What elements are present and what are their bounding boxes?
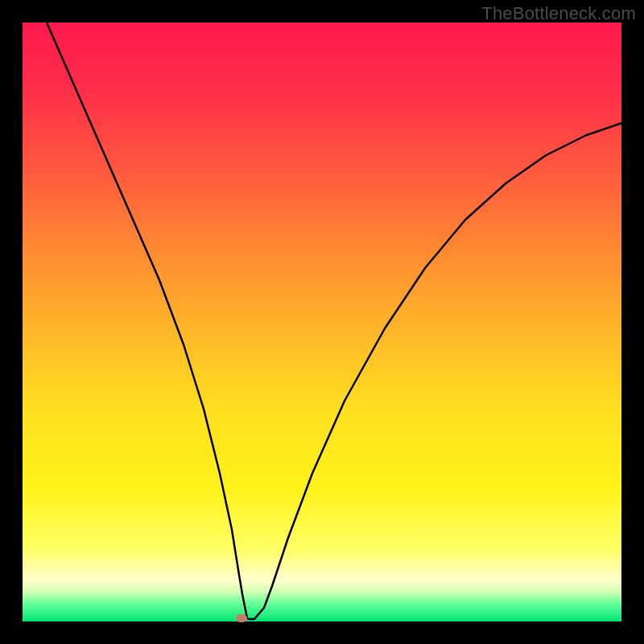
- watermark-text: TheBottleneck.com: [481, 3, 636, 24]
- bottleneck-curve: [23, 23, 621, 621]
- optimal-marker: [236, 614, 247, 622]
- curve-path: [47, 23, 621, 619]
